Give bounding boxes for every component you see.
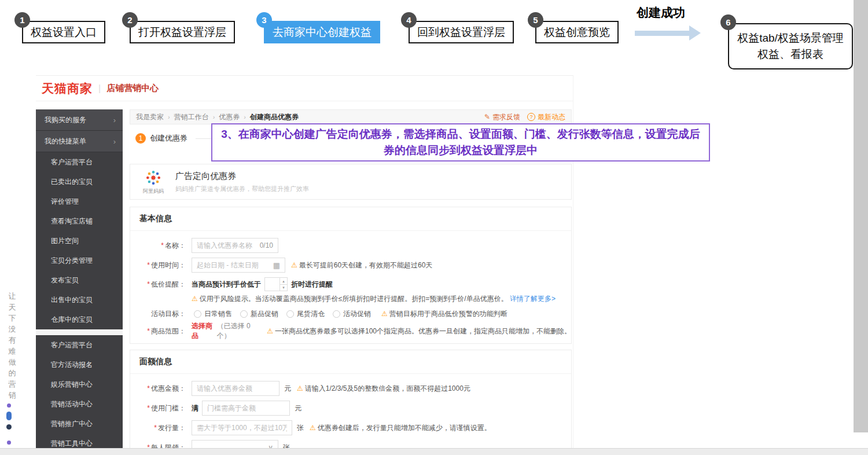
divider: | <box>98 83 101 94</box>
breadcrumb-separator: › <box>213 113 215 120</box>
sidebar-item-marketing-tool-center[interactable]: 营销工具中心 <box>36 434 123 449</box>
side-dots <box>6 403 12 445</box>
breadcrumb-item-coupon[interactable]: 优惠券 <box>219 112 240 122</box>
sidebar-item-item-category[interactable]: 宝贝分类管理 <box>36 251 123 270</box>
field-label-item-scope: *商品范围： <box>130 326 186 336</box>
product-subtitle: 妈妈推广渠道专属优惠券，帮助您提升推广效率 <box>175 185 309 193</box>
flow-step-6-number: 6 <box>720 14 736 30</box>
flow-arrow-right <box>635 25 701 41</box>
breadcrumb-separator: › <box>244 113 246 120</box>
sidebar-item-marketing-campaign-center[interactable]: 营销活动中心 <box>36 394 123 414</box>
coupon-amount-warning: ⚠请输入1/2/3/5及5的整数倍金额，面额不得超过1000元 <box>297 384 470 394</box>
section-title-amount-info: 面额信息 <box>130 350 571 374</box>
radio-new-product-promo[interactable]: 新品促销 <box>240 309 278 319</box>
coupon-amount-input[interactable] <box>192 381 279 396</box>
calendar-icon: ▦ <box>273 261 280 270</box>
breadcrumb: 我是卖家 › 营销工作台 › 优惠券 › 创建商品优惠券 <box>136 112 299 122</box>
alimama-starburst-icon <box>144 169 163 186</box>
sidebar-item-entertainment-marketing[interactable]: 娱乐营销中心 <box>36 375 123 394</box>
form-row-issue-volume: *发行量： 张 ⚠优惠券创建后，发行量只能增加不能减少，请谨慎设置。 <box>130 418 571 438</box>
flow-step-3-number: 3 <box>256 12 272 28</box>
flow-step-4-label: 回到权益设置浮层 <box>409 21 514 43</box>
threshold-input[interactable] <box>202 401 290 416</box>
coupon-name-input[interactable]: 请输入优惠券名称 0/10 <box>192 238 278 253</box>
warning-icon: ⚠ <box>310 424 316 432</box>
sidebar-group-gap <box>36 329 123 335</box>
field-label-name: *名称： <box>130 241 186 251</box>
discount-threshold-input[interactable]: ▴ ▾ <box>264 277 288 291</box>
breadcrumb-item-marketing-workbench[interactable]: 营销工作台 <box>174 112 209 122</box>
purple-dot-icon <box>7 441 11 445</box>
sidebar: 我购买的服务 › 我的快捷菜单 › 客户运营平台 已卖出的宝贝 评价管理 查看淘… <box>36 109 123 449</box>
sidebar-item-publish-item[interactable]: 发布宝贝 <box>36 270 123 290</box>
product-title: 广告定向优惠券 <box>175 171 309 182</box>
sidebar-item-customer-ops-2[interactable]: 客户运营平台 <box>36 335 123 355</box>
number-stepper[interactable]: ▴ ▾ <box>279 278 287 291</box>
form-row-low-price-alert: *低价提醒： 当商品预计到手价低于 ▴ ▾ <box>130 275 571 305</box>
low-price-alert-line: 当商品预计到手价低于 ▴ ▾ 折时进行提醒 <box>186 277 556 291</box>
page: 1 权益设置入口 2 打开权益设置浮层 3 去商家中心创建权益 4 回到权益设置… <box>0 0 868 455</box>
sidebar-item-official-campaign[interactable]: 官方活动报名 <box>36 355 123 375</box>
arrow-shaft <box>635 31 689 36</box>
warning-icon: ⚠ <box>267 327 273 335</box>
sidebar-item-sold-items[interactable]: 已卖出的宝贝 <box>36 172 123 192</box>
flow-step-1-label: 权益设置入口 <box>22 21 105 43</box>
basic-info-rows: *名称： 请输入优惠券名称 0/10 *使用时间： <box>130 231 571 343</box>
wizard-step-number: 1 <box>135 133 146 144</box>
feedback-link[interactable]: 需求反馈 <box>492 112 520 122</box>
basic-info-panel: 基本信息 *名称： 请输入优惠券名称 0/10 <box>130 207 572 344</box>
flow-step-5-label: 权益创意预览 <box>535 21 619 43</box>
sidebar-item-purchased-services[interactable]: 我购买的服务 › <box>36 109 123 131</box>
selected-count: （已选择 0 个） <box>217 321 258 341</box>
input-placeholder: 起始日期 - 结束日期 <box>197 260 259 270</box>
alert-warning: ⚠仅用于风险提示。当活动覆盖商品预测到手价≤所填折扣时进行提醒。折扣=预测到手价… <box>192 295 510 303</box>
flow-step-1-number: 1 <box>14 12 30 28</box>
radio-daily-sales[interactable]: 日常销售 <box>194 309 232 319</box>
stepper-up-icon[interactable]: ▴ <box>280 278 287 285</box>
item-scope-warning: ⚠一张商品优惠券最多可以选择100个指定商品。优惠券一旦创建，指定商品只能增加，… <box>267 326 571 336</box>
required-mark: * <box>161 241 164 249</box>
required-mark: * <box>147 384 150 392</box>
warning-icon: ⚠ <box>192 295 198 303</box>
product-header-panel: 阿里妈妈 广告定向优惠券 妈妈推广渠道专属优惠券，帮助您提升推广效率 <box>130 164 572 200</box>
per-person-limit-select[interactable]: ∨ <box>192 440 278 449</box>
date-range-input[interactable]: 起始日期 - 结束日期 ▦ <box>192 258 285 273</box>
learn-more-link[interactable]: 详情了解更多> <box>510 295 556 303</box>
radio-clearance[interactable]: 尾货清仓 <box>286 309 325 319</box>
radio-circle-icon <box>333 310 340 318</box>
sidebar-item-customer-ops[interactable]: 客户运营平台 <box>36 152 123 172</box>
sidebar-item-warehouse-items[interactable]: 仓库中的宝贝 <box>36 310 123 329</box>
sidebar-item-on-sale-items[interactable]: 出售中的宝贝 <box>36 290 123 310</box>
required-mark: * <box>147 327 150 335</box>
arrow-head <box>689 25 701 41</box>
field-label-low-price-alert: *低价提醒： <box>130 275 186 289</box>
field-label-campaign-target: 活动目标： <box>130 309 186 319</box>
sidebar-item-view-taobao-shop[interactable]: 查看淘宝店铺 <box>36 211 123 231</box>
amount-info-rows: *优惠金额： 元 ⚠请输入1/2/3/5及5的整数倍金额，面额不得超过1000元… <box>130 374 571 449</box>
flow-step-3-active: 3 去商家中心创建权益 <box>264 21 380 43</box>
sidebar-item-review-management[interactable]: 评价管理 <box>36 192 123 211</box>
unit-zhang: 张 <box>297 423 304 433</box>
form-row-coupon-name: *名称： 请输入优惠券名称 0/10 <box>130 236 571 255</box>
radio-campaign-promo[interactable]: 活动促销 <box>333 309 371 319</box>
low-price-alert-note: ⚠仅用于风险提示。当活动覆盖商品预测到手价≤所填折扣时进行提醒。折扣=预测到手价… <box>186 294 556 304</box>
warning-icon: ⚠ <box>291 261 297 269</box>
threshold-prefix: 满 <box>192 403 198 413</box>
select-items-link[interactable]: 选择商品 <box>192 321 215 341</box>
stepper-down-icon[interactable]: ▾ <box>280 285 287 291</box>
radio-circle-icon <box>240 310 248 318</box>
chevron-right-icon: › <box>113 137 116 146</box>
flow-step-6: 6 权益tab/权益场景管理权益、看报表 <box>728 23 853 69</box>
issue-volume-input[interactable] <box>192 420 292 435</box>
campaign-target-warning: ⚠营销目标用于商品低价预警的功能判断 <box>381 309 507 319</box>
edit-icon: ✎ <box>484 113 490 121</box>
sidebar-item-marketing-promotion-center[interactable]: 营销推广中心 <box>36 414 123 434</box>
sidebar-item-image-space[interactable]: 图片空间 <box>36 231 123 251</box>
radio-circle-icon <box>194 310 201 318</box>
alert-suffix-text: 折时进行提醒 <box>291 280 333 289</box>
latest-news-link[interactable]: 最新动态 <box>538 112 565 122</box>
sidebar-item-quick-menu[interactable]: 我的快捷菜单 › <box>36 131 123 152</box>
breadcrumb-bar: 我是卖家 › 营销工作台 › 优惠券 › 创建商品优惠券 ✎ 需求反馈 ? 最新… <box>130 109 572 124</box>
flow-step-2-number: 2 <box>122 12 138 28</box>
breadcrumb-item-seller[interactable]: 我是卖家 <box>136 112 164 122</box>
